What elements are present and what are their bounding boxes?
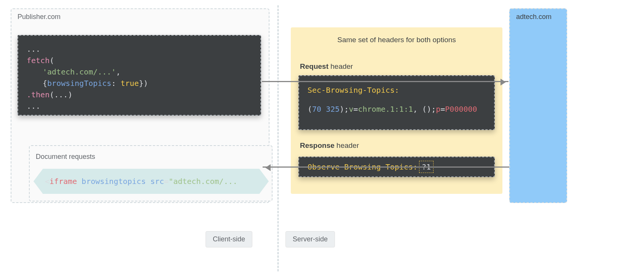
tag-name: iframe (49, 177, 77, 186)
v-key: v (349, 105, 353, 114)
paren-empty: () (422, 105, 431, 114)
request-label-rest: header (328, 62, 353, 70)
request-header-label: Request header (300, 62, 353, 71)
iframe-tag: <iframe browsingtopics src="adtech.com/.… (33, 169, 269, 194)
server-side-label: Server-side (285, 231, 335, 247)
tag-open: < (45, 177, 49, 186)
then: .then (27, 90, 49, 99)
sep-1: ; (344, 105, 349, 114)
publisher-title: Publisher.com (18, 13, 61, 21)
topic-id-70: 70 (312, 105, 321, 114)
opt-val-true: true (121, 79, 139, 88)
document-requests-title: Document requests (36, 153, 95, 161)
paren-open-1: ( (308, 105, 312, 114)
headers-title: Same set of headers for both options (291, 36, 502, 44)
attr-src: src (150, 177, 164, 186)
client-side-label: Client-side (206, 231, 252, 247)
fetch-open-paren: ( (49, 56, 54, 65)
comma: , (413, 105, 422, 114)
comma-1: , (116, 67, 121, 76)
brace-close: } (139, 79, 143, 88)
response-header-label: Response header (300, 141, 359, 150)
attr-src-value: "adtech.com/... (169, 177, 238, 186)
fn-fetch: fetch (27, 56, 49, 65)
attr-browsingtopics: browsingtopics (81, 177, 146, 186)
client-server-divider (277, 5, 279, 271)
sep-2: ; (431, 105, 436, 114)
p-key: p (436, 105, 440, 114)
p-val: P000000 (445, 105, 477, 114)
space (321, 105, 326, 114)
attr-eq: = (164, 177, 169, 186)
fetch-close-paren: ) (143, 79, 148, 88)
request-header-block: Sec-Browsing-Topics: (70 325);v=chrome.1… (298, 75, 495, 130)
brace-open: { (43, 79, 47, 88)
response-arrow (263, 166, 509, 168)
sec-browsing-topics-name: Sec-Browsing-Topics: (308, 86, 399, 95)
opt-key: browsingTopics (47, 79, 112, 88)
p-eq: = (440, 105, 445, 114)
adtech-title: adtech.com (516, 13, 552, 21)
request-arrow (262, 81, 509, 82)
colon: : (112, 79, 121, 88)
then-args: (...) (49, 90, 72, 99)
topic-id-325: 325 (326, 105, 340, 114)
document-requests-panel: Document requests <iframe browsingtopics… (29, 145, 273, 201)
response-label-strong: Response (300, 141, 335, 149)
ellipsis-top: ... (27, 44, 40, 54)
flow-arrow-head (622, 224, 641, 255)
paren-close-1: ) (340, 105, 344, 114)
js-fetch-code: ... fetch( 'adtech.com/...', {browsingTo… (18, 35, 261, 116)
v-eq: = (353, 105, 358, 114)
ellipsis-bottom: ... (27, 101, 40, 111)
adtech-panel: adtech.com (509, 8, 567, 203)
v-val: chrome.1:1:1 (358, 105, 413, 114)
response-label-rest: header (335, 141, 359, 149)
request-label-strong: Request (300, 62, 328, 70)
fetch-url: 'adtech.com/...' (43, 67, 116, 76)
